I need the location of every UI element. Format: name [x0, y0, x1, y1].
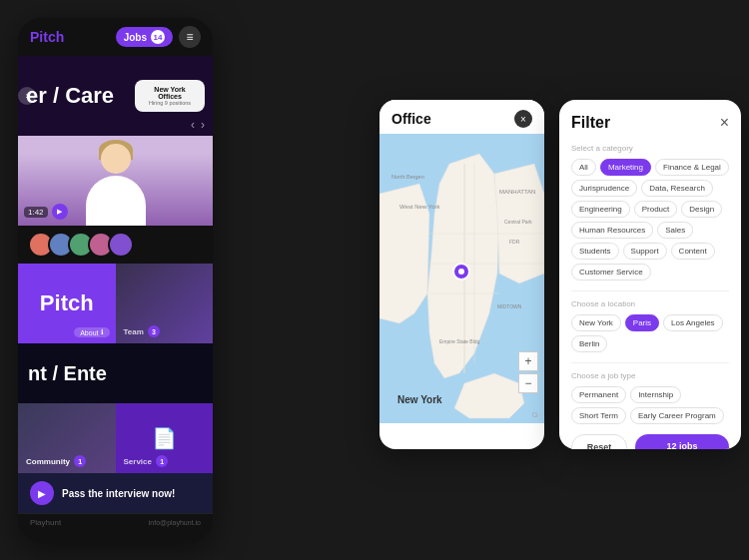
tag-sales[interactable]: Sales: [657, 222, 693, 239]
jobs-count: 14: [151, 30, 165, 44]
map-panel: Office × West New York: [379, 100, 544, 449]
community-cell[interactable]: Community 1: [18, 403, 116, 473]
filter-close-button[interactable]: ×: [720, 114, 729, 132]
office-card[interactable]: New York Offices Hiring 9 positions: [135, 80, 205, 112]
service-label: Service 1: [124, 455, 169, 467]
hero-circle-button[interactable]: ›: [18, 87, 36, 105]
location-tags: New York Paris Los Angeles Berlin: [571, 314, 729, 352]
tag-los-angeles[interactable]: Los Angeles: [663, 314, 723, 331]
person-head: [101, 144, 131, 174]
avatar-group: [28, 232, 134, 258]
google-watermark: G: [532, 410, 538, 419]
filter-divider-2: [571, 362, 729, 363]
video-overlay: 1:42 ▶: [24, 204, 68, 220]
hero-next-icon[interactable]: ›: [201, 118, 205, 132]
tag-permanent[interactable]: Permanent: [571, 386, 626, 403]
cta-text: Pass the interview now!: [62, 488, 175, 499]
person-body: [86, 176, 146, 226]
zoom-out-button[interactable]: −: [518, 373, 538, 393]
hero-nav: ‹ ›: [191, 118, 205, 132]
svg-text:MANHATTAN: MANHATTAN: [499, 189, 535, 195]
team-label: Team 3: [124, 325, 161, 337]
filter-panel: Filter × Select a category All Marketing…: [559, 100, 741, 449]
banner-text: nt / Ente: [28, 363, 107, 383]
hamburger-icon: ≡: [186, 30, 193, 44]
office-card-subtitle: Hiring 9 positions: [143, 100, 197, 106]
jobs-label: Jobs: [124, 32, 147, 43]
office-card-title: New York Offices: [143, 86, 197, 100]
tag-internship[interactable]: Internship: [630, 386, 681, 403]
community-count: 1: [74, 455, 86, 467]
tag-new-york[interactable]: New York: [571, 314, 621, 331]
tag-all[interactable]: All: [571, 159, 596, 176]
pitch-logo-cell: Pitch: [40, 290, 94, 316]
team-cell[interactable]: Team 3: [116, 264, 214, 343]
phone-avatars: [18, 226, 213, 264]
about-label: About: [80, 329, 98, 336]
phone-header: Pitch Jobs 14 ≡: [18, 18, 213, 56]
service-count: 1: [156, 455, 168, 467]
service-cell[interactable]: 📄 Service 1: [116, 403, 214, 473]
map-close-button[interactable]: ×: [514, 110, 532, 128]
svg-text:Empire State Bldg: Empire State Bldg: [439, 338, 480, 344]
phone-hero: er / Care New York Offices Hiring 9 posi…: [18, 56, 213, 136]
svg-text:MIDTOWN: MIDTOWN: [497, 303, 522, 309]
tag-short-term[interactable]: Short Term: [571, 407, 626, 424]
footer-email: info@playhunt.io: [149, 519, 201, 526]
menu-button[interactable]: ≡: [179, 26, 201, 48]
category-tags: All Marketing Finance & Legal Jurisprude…: [571, 159, 729, 280]
map-title: Office: [391, 111, 431, 127]
team-count: 3: [148, 325, 160, 337]
tag-content[interactable]: Content: [671, 243, 715, 260]
tag-early-career[interactable]: Early Career Program: [630, 407, 724, 424]
job-type-tags: Permanent Internship Short Term Early Ca…: [571, 386, 729, 424]
svg-text:Central Park: Central Park: [504, 219, 532, 225]
tag-design[interactable]: Design: [681, 201, 722, 218]
tag-paris[interactable]: Paris: [625, 314, 659, 331]
tag-jurisprudence[interactable]: Jurisprudence: [571, 180, 637, 197]
tag-data[interactable]: Data, Research: [641, 180, 713, 197]
filter-header: Filter ×: [571, 114, 729, 132]
hero-prev-icon[interactable]: ‹: [191, 118, 195, 132]
location-section-label: Choose a location: [571, 299, 729, 308]
svg-text:North Bergen: North Bergen: [391, 174, 424, 180]
phone-cta[interactable]: ▶ Pass the interview now!: [18, 473, 213, 513]
phone-header-right: Jobs 14 ≡: [116, 26, 201, 48]
video-time: 1:42: [24, 207, 48, 218]
footer-brand: Playhunt: [30, 518, 61, 527]
hero-text: er / Care: [26, 84, 114, 108]
about-badge[interactable]: About ℹ: [74, 327, 109, 337]
filter-title: Filter: [571, 114, 610, 132]
tag-marketing[interactable]: Marketing: [600, 159, 651, 176]
phone-video: 1:42 ▶: [18, 136, 213, 226]
phone-banner: nt / Ente: [18, 343, 213, 403]
phone-logo: Pitch: [30, 29, 64, 45]
tag-product[interactable]: Product: [634, 201, 678, 218]
tag-students[interactable]: Students: [571, 243, 619, 260]
jobs-button[interactable]: 12 jobs: [635, 434, 729, 449]
tag-engineering[interactable]: Engineering: [571, 201, 630, 218]
tag-berlin[interactable]: Berlin: [571, 335, 607, 352]
job-type-section-label: Choose a job type: [571, 371, 729, 380]
community-label: Community 1: [26, 455, 86, 467]
tag-customer-service[interactable]: Customer Service: [571, 264, 651, 280]
map-body[interactable]: West New York North Bergen MANHATTAN Cen…: [379, 134, 544, 423]
tag-finance[interactable]: Finance & Legal: [655, 159, 729, 176]
zoom-in-button[interactable]: +: [518, 351, 538, 371]
jobs-badge[interactable]: Jobs 14: [116, 27, 173, 47]
document-icon: 📄: [152, 426, 177, 450]
cta-play-button[interactable]: ▶: [30, 481, 54, 505]
svg-text:West New York: West New York: [399, 204, 441, 210]
video-play-button[interactable]: ▶: [52, 204, 68, 220]
chevron-right-icon: ›: [26, 91, 29, 101]
svg-text:New York: New York: [397, 394, 442, 405]
pitch-cell[interactable]: Pitch About ℹ: [18, 264, 116, 343]
play-icon-cta: ▶: [38, 488, 46, 499]
svg-point-11: [458, 269, 464, 275]
filter-divider-1: [571, 290, 729, 291]
reset-button[interactable]: Reset: [571, 434, 627, 449]
tag-hr[interactable]: Human Resources: [571, 222, 653, 239]
tag-support[interactable]: Support: [623, 243, 667, 260]
avatar-5[interactable]: [108, 232, 134, 258]
phone-grid-bottom: Community 1 📄 Service 1: [18, 403, 213, 473]
